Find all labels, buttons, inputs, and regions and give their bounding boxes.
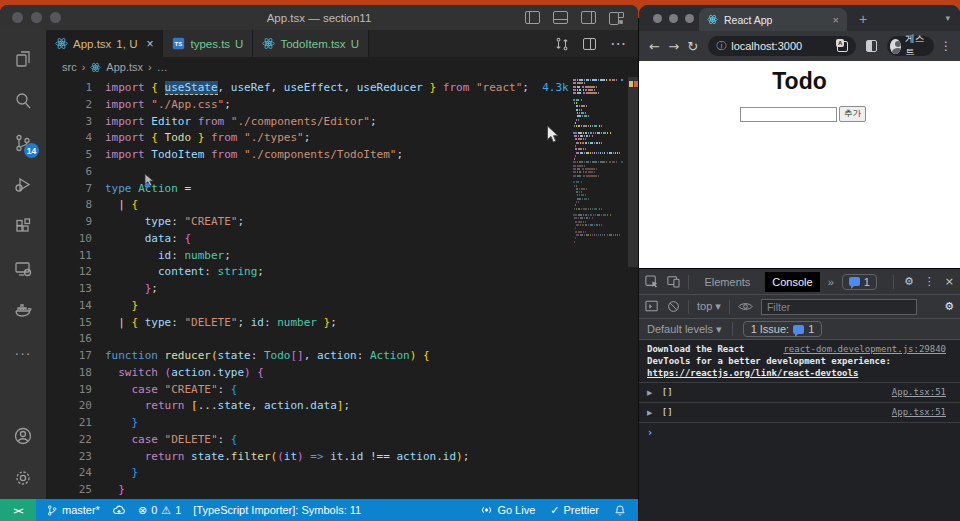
- code-line-15[interactable]: 15 | { type: "DELETE"; id: number };: [46, 315, 568, 332]
- tab-console[interactable]: Console: [765, 272, 819, 292]
- editor-scrollbar[interactable]: [628, 77, 638, 499]
- split-editor-icon[interactable]: [583, 38, 596, 50]
- code-line-25[interactable]: 25 }: [46, 482, 568, 499]
- tab-search-chevron-icon[interactable]: ▾: [945, 13, 950, 23]
- more-views-icon[interactable]: ···: [0, 332, 46, 374]
- expand-triangle-icon[interactable]: ▶: [647, 389, 652, 397]
- console-sidebar-icon[interactable]: [645, 300, 659, 313]
- more-tabs-icon[interactable]: »: [828, 276, 834, 288]
- search-icon[interactable]: [0, 80, 46, 122]
- tab-close-icon[interactable]: ×: [146, 37, 153, 51]
- todo-input[interactable]: [740, 107, 837, 122]
- accounts-icon[interactable]: [0, 415, 46, 457]
- extensions-icon[interactable]: [0, 206, 46, 248]
- code-line-5[interactable]: 5import TodoItem from "./components/Todo…: [46, 147, 568, 164]
- issues-counter[interactable]: 1: [842, 274, 877, 290]
- notifications-bell-icon[interactable]: [614, 504, 626, 517]
- breadcrumb-symbol[interactable]: …: [157, 61, 168, 73]
- ts-importer-status[interactable]: [TypeScript Importer]: Symbols: 11: [193, 504, 361, 516]
- browser-tab[interactable]: React App ×: [699, 8, 847, 31]
- devtools-settings-icon[interactable]: ⚙: [904, 275, 914, 288]
- browser-menu-icon[interactable]: ⋮: [940, 39, 952, 53]
- breadcrumb-file[interactable]: App.tsx: [106, 61, 143, 73]
- breadcrumb-src[interactable]: src: [62, 61, 77, 73]
- remote-indicator[interactable]: ><: [0, 499, 36, 521]
- code-line-14[interactable]: 14 }: [46, 298, 568, 315]
- code-line-8[interactable]: 8 | {: [46, 197, 568, 214]
- minimize-window-button[interactable]: [669, 14, 678, 23]
- console-message[interactable]: react-dom.development.js:29840 Download …: [639, 340, 960, 383]
- issue-chip[interactable]: 1 Issue: 1: [743, 321, 823, 337]
- code-line-17[interactable]: 17function reducer(state: Todo[], action…: [46, 348, 568, 365]
- log-levels-dropdown[interactable]: Default levels ▾: [647, 323, 722, 336]
- console-message[interactable]: App.tsx:51 ▶ []: [639, 383, 960, 403]
- expand-triangle-icon[interactable]: ▶: [647, 409, 652, 417]
- code-line-21[interactable]: 21 }: [46, 415, 568, 432]
- zoom-window-button[interactable]: [685, 14, 694, 23]
- console-filter-input[interactable]: [761, 299, 917, 315]
- code-line-9[interactable]: 9 type: "CREATE";: [46, 214, 568, 231]
- source-link[interactable]: App.tsx:51: [892, 406, 946, 418]
- site-info-icon[interactable]: ⓘ: [716, 39, 726, 53]
- vscode-traffic-lights[interactable]: [12, 12, 61, 23]
- inspect-element-icon[interactable]: [645, 275, 659, 288]
- minimap[interactable]: [573, 79, 627, 244]
- tab-elements[interactable]: Elements: [697, 272, 757, 292]
- tab-close-icon[interactable]: ×: [833, 14, 839, 26]
- code-line-3[interactable]: 3import Editor from "./components/Editor…: [46, 114, 568, 131]
- prettier-status[interactable]: ✓ Prettier: [550, 504, 599, 517]
- tab-app-tsx[interactable]: App.tsx 1, U ×: [46, 30, 163, 57]
- code-line-10[interactable]: 10 data: {: [46, 231, 568, 248]
- add-todo-button[interactable]: 추가: [839, 106, 866, 122]
- new-tab-button[interactable]: +: [859, 11, 867, 27]
- address-bar[interactable]: ⓘ localhost:3000: [708, 36, 856, 56]
- zoom-window-button[interactable]: [50, 12, 61, 23]
- code-line-18[interactable]: 18 switch (action.type) {: [46, 365, 568, 382]
- minimize-window-button[interactable]: [31, 12, 42, 23]
- settings-gear-icon[interactable]: [0, 457, 46, 499]
- git-branch-status[interactable]: master*: [46, 504, 100, 517]
- source-link[interactable]: App.tsx:51: [892, 386, 946, 398]
- forward-button[interactable]: →: [666, 39, 681, 54]
- customize-layout-icon[interactable]: [609, 11, 624, 24]
- side-panel-icon[interactable]: [866, 40, 877, 52]
- chrome-traffic-lights[interactable]: [653, 14, 694, 23]
- vscode-titlebar[interactable]: App.tsx — section11: [0, 5, 638, 30]
- code-line-23[interactable]: 23 return state.filter((it) => it.id !==…: [46, 449, 568, 466]
- context-selector[interactable]: top ▾: [697, 300, 721, 313]
- devtools-close-icon[interactable]: ×: [945, 275, 954, 288]
- explorer-icon[interactable]: [0, 38, 46, 80]
- live-expression-eye-icon[interactable]: [738, 301, 753, 312]
- code-line-24[interactable]: 24 }: [46, 465, 568, 482]
- source-control-icon[interactable]: 14: [0, 122, 46, 164]
- more-actions-icon[interactable]: ⋯: [610, 34, 626, 53]
- toggle-secondary-sidebar-icon[interactable]: [581, 11, 596, 24]
- code-line-6[interactable]: 6: [46, 164, 568, 181]
- code-line-13[interactable]: 13 };: [46, 281, 568, 298]
- code-line-1[interactable]: 1import { useState, useRef, useEffect, u…: [46, 80, 568, 97]
- code-line-20[interactable]: 20 return [...state, action.data];: [46, 398, 568, 415]
- go-live-button[interactable]: Go Live: [480, 504, 535, 516]
- problems-status[interactable]: ⊗ 0 ⚠ 1: [138, 504, 181, 517]
- remote-explorer-icon[interactable]: [0, 248, 46, 290]
- toggle-sidebar-icon[interactable]: [525, 11, 540, 24]
- console-settings-icon[interactable]: ⚙: [944, 300, 954, 313]
- code-line-16[interactable]: 16: [46, 331, 568, 348]
- code-line-12[interactable]: 12 content: string;: [46, 264, 568, 281]
- clear-console-icon[interactable]: [667, 300, 680, 313]
- toggle-panel-icon[interactable]: [553, 11, 568, 24]
- console-message[interactable]: App.tsx:51 ▶ []: [639, 403, 960, 423]
- code-line-11[interactable]: 11 id: number;: [46, 248, 568, 265]
- back-button[interactable]: ←: [647, 39, 662, 54]
- devtools-link[interactable]: https://reactjs.org/link/react-devtools: [647, 368, 858, 378]
- publish-changes-icon[interactable]: [112, 504, 126, 516]
- code-lines[interactable]: 1import { useState, useRef, useEffect, u…: [46, 80, 568, 499]
- open-changes-icon[interactable]: [555, 37, 569, 51]
- code-line-2[interactable]: 2import "./App.css";: [46, 97, 568, 114]
- source-link[interactable]: react-dom.development.js:29840: [783, 343, 946, 355]
- console-prompt[interactable]: ›: [639, 423, 960, 442]
- code-line-19[interactable]: 19 case "CREATE": {: [46, 382, 568, 399]
- code-line-22[interactable]: 22 case "DELETE": {: [46, 432, 568, 449]
- translate-icon[interactable]: [836, 40, 848, 52]
- close-window-button[interactable]: [653, 14, 662, 23]
